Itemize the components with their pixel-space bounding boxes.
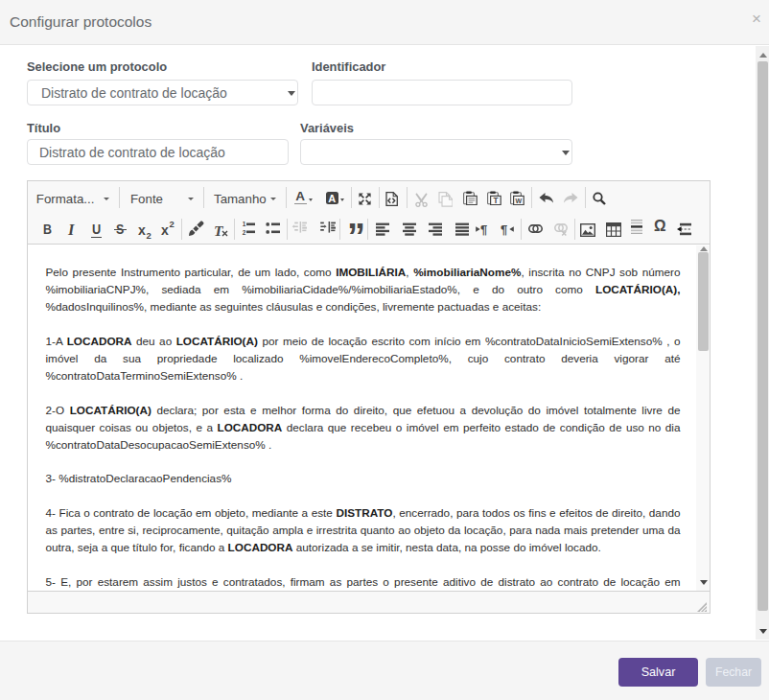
svg-text:W: W	[516, 197, 523, 203]
svg-text:¶: ¶	[501, 222, 507, 236]
svg-text:1: 1	[243, 222, 246, 227]
svg-text:2: 2	[243, 229, 246, 236]
svg-text:¶: ¶	[480, 222, 487, 236]
svg-text:T: T	[493, 197, 498, 205]
